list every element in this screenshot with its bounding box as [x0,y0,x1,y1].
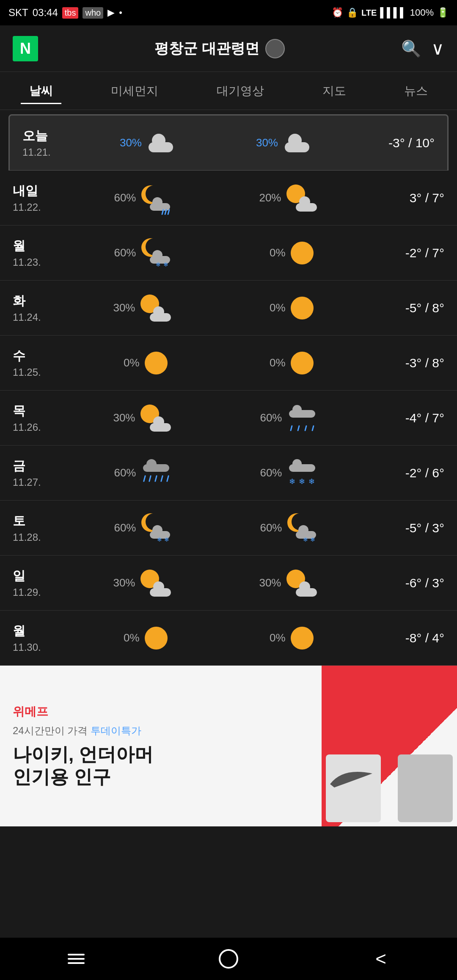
am-pct-today: 30% [116,136,142,149]
am-pct-3: 30% [110,301,135,314]
am-icon-7: ❄ ❄ [141,513,171,543]
ad-subtitle-label: 24시간만이 가격 투데이특가 [13,724,309,738]
day-col-3: 화 11.24. [13,292,68,323]
ad-image [322,666,457,826]
temp-2: -2° / 7° [405,246,444,260]
temp-col-today: -3° / 10° [350,136,435,150]
am-pct-2: 60% [111,246,136,259]
header-actions: 🔍 ∨ [401,38,444,59]
app-who: who [83,7,103,19]
lock-icon: 🔒 [347,7,358,18]
temp-col-9: -8° / 4° [360,631,444,645]
weather-row-8: 일 11.29. 30% 30% -6° / 3° [0,556,457,611]
am-col-4: 0% [68,352,214,374]
pm-pct-9: 0% [260,631,286,644]
tab-dust[interactable]: 미세먼지 [102,79,167,103]
day-name-3: 화 [13,292,68,310]
weather-row-6: 금 11.27. 60% 60% [0,446,457,501]
am-pct-4: 0% [114,356,140,369]
temp-1: 3° / 7° [410,191,444,205]
temp-today: -3° / 10° [388,136,435,150]
location-display[interactable]: 평창군 대관령면 [154,39,284,58]
weather-row-3: 화 11.24. 30% 0% -5° / 8° [0,281,457,336]
pm-icon-5 [287,403,317,433]
day-name-5: 목 [13,402,68,420]
naver-logo[interactable]: N [13,36,38,61]
temp-4: -3° / 8° [405,356,444,370]
tab-map[interactable]: 지도 [314,79,355,103]
am-icon-1 [141,185,171,211]
weather-list: 오늘 11.21. 30% 30% -3° / 10° 내일 11.22. [0,114,457,666]
am-col-7: 60% ❄ ❄ [68,513,214,543]
search-icon[interactable]: 🔍 [401,39,421,58]
am-icon-6 [141,458,171,488]
pm-col-6: 60% ❄ ❄ ❄ [214,458,360,488]
pm-icon-9 [291,627,314,650]
day-date-4: 11.25. [13,366,68,378]
carrier-label: SKT [8,7,28,19]
day-col-2: 월 11.23. [13,237,68,268]
day-date-8: 11.29. [13,586,68,598]
weather-row-5: 목 11.26. 30% 60% [0,391,457,446]
ad-brand-label: 위메프 [13,704,309,720]
temp-3: -5° / 8° [405,301,444,315]
chevron-down-icon[interactable]: ∨ [431,38,444,59]
day-col-4: 수 11.25. [13,347,68,378]
day-col-8: 일 11.29. [13,567,68,598]
bottom-nav: < [0,938,457,980]
am-pct-6: 60% [111,466,136,479]
am-icon-2: ❄ ❄ [141,238,171,268]
tab-air[interactable]: 대기영상 [208,79,273,103]
am-col-1: 60% [68,185,214,211]
day-name-2: 월 [13,237,68,255]
header: N 평창군 대관령면 🔍 ∨ [0,25,457,72]
location-icon [265,39,285,58]
forecast-col-today-am: 30% [77,134,214,152]
tab-weather[interactable]: 날씨 [21,79,61,103]
temp-col-7: -5° / 3° [360,521,444,535]
day-col-9: 월 11.30. [13,622,68,653]
temp-6: -2° / 6° [405,466,444,480]
status-left: SKT 03:44 tbs who ▶ • [8,7,122,19]
dot-icon: • [119,7,122,18]
pm-icon-today [283,134,311,152]
day-date-6: 11.27. [13,476,68,488]
nav-back-button[interactable]: < [364,946,398,972]
pm-col-2: 0% [214,242,360,264]
nav-home-button[interactable] [212,946,245,972]
weather-row-9: 월 11.30. 0% 0% -8° / 4° [0,611,457,666]
day-col-7: 토 11.28. [13,512,68,543]
pm-pct-2: 0% [260,246,286,259]
day-date-7: 11.28. [13,531,68,543]
pm-pct-8: 30% [256,576,281,589]
am-col-8: 30% [68,570,214,597]
pm-icon-8 [286,570,318,597]
day-name-9: 월 [13,622,68,640]
nav-menu-button[interactable] [59,946,93,972]
temp-col-1: 3° / 7° [360,191,444,205]
day-col-today: 오늘 11.21. [22,127,77,158]
am-icon-5 [140,405,172,432]
pm-icon-6: ❄ ❄ ❄ [287,458,317,488]
app-tbs: tbs [62,7,79,19]
pm-col-4: 0% [214,352,360,374]
am-col-6: 60% [68,458,214,488]
am-icon-today [147,134,175,152]
day-name-6: 금 [13,457,68,475]
signal-icon: ▌▌▌▌ [380,7,406,18]
location-text: 평창군 대관령면 [154,39,259,58]
status-icons: ⏰ 🔒 LTE ▌▌▌▌ 100% 🔋 [332,7,449,18]
pm-pct-7: 60% [257,521,282,534]
battery-label: 100% [410,7,434,18]
pm-col-8: 30% [214,570,360,597]
am-icon-9 [145,627,168,650]
am-icon-8 [140,570,172,597]
pm-icon-1 [286,184,318,212]
day-name-1: 내일 [13,182,68,200]
pm-pct-1: 20% [256,191,281,204]
tab-news[interactable]: 뉴스 [396,79,436,103]
pm-col-3: 0% [214,297,360,319]
day-name-8: 일 [13,567,68,585]
ad-banner[interactable]: 위메프 24시간만이 가격 투데이특가 나이키, 언더아머인기용 인구 [0,666,457,826]
temp-col-8: -6° / 3° [360,576,444,590]
